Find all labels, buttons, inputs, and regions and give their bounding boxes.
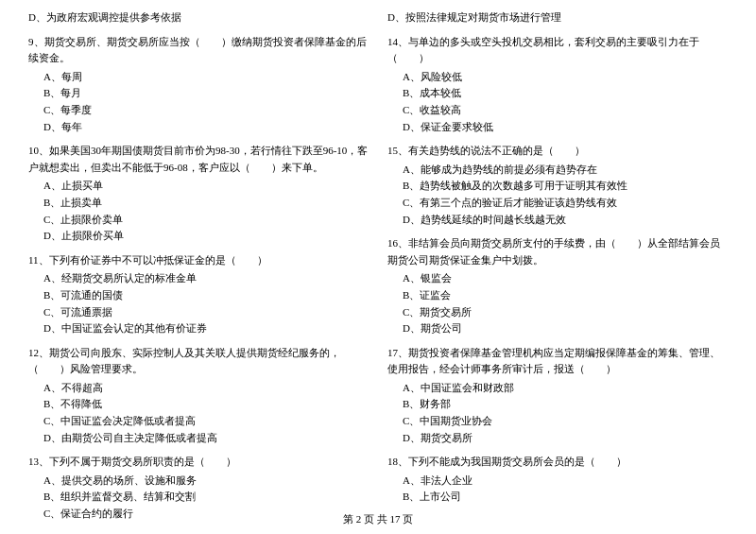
option-text: D、保证金要求较低 <box>403 119 728 136</box>
option-text: B、趋势线被触及的次数越多可用于证明其有效性 <box>403 178 728 195</box>
option-text: A、止损买单 <box>43 178 369 195</box>
option-text: A、经期货交易所认定的标准金单 <box>43 270 369 287</box>
question-block: D、按照法律规定对期货市场进行管理 <box>387 9 728 26</box>
question-text: 17、期货投资者保障基金管理机构应当定期编报保障基金的筹集、管理、使用报告，经会… <box>387 345 728 378</box>
left-column: D、为政府宏观调控提供参考依据9、期货交易所、期货交易所应当按（ ）缴纳期货投资… <box>28 9 369 530</box>
option-text: B、成本较低 <box>403 85 728 102</box>
option-text: C、中国证监会决定降低或者提高 <box>43 413 369 430</box>
question-block: 9、期货交易所、期货交易所应当按（ ）缴纳期货投资者保障基金的后续资金。A、每周… <box>28 34 369 136</box>
question-text: D、为政府宏观调控提供参考依据 <box>28 9 369 26</box>
option-text: B、财务部 <box>403 396 728 413</box>
content-columns: D、为政府宏观调控提供参考依据9、期货交易所、期货交易所应当按（ ）缴纳期货投资… <box>28 9 728 530</box>
question-text: 13、下列不属于期货交易所职责的是（ ） <box>28 454 369 471</box>
question-text: 16、非结算会员向期货交易所支付的手续费，由（ ）从全部结算会员期货公司期货保证… <box>387 235 728 268</box>
option-text: D、中国证监会认定的其他有价证券 <box>43 320 369 337</box>
option-text: B、每月 <box>43 85 369 102</box>
option-text: D、每年 <box>43 119 369 136</box>
option-text: D、期货公司 <box>403 320 728 337</box>
option-text: B、不得降低 <box>43 396 369 413</box>
right-column: D、按照法律规定对期货市场进行管理14、与单边的多头或空头投机交易相比，套利交易… <box>387 9 728 530</box>
option-text: C、可流通票据 <box>43 304 369 321</box>
option-text: C、中国期货业协会 <box>403 413 728 430</box>
question-block: 18、下列不能成为我国期货交易所会员的是（ ）A、非法人企业B、上市公司 <box>387 454 728 506</box>
question-block: D、为政府宏观调控提供参考依据 <box>28 9 369 26</box>
question-text: 10、如果美国30年期国债期货目前市价为98-30，若行情往下跌至96-10，客… <box>28 143 369 176</box>
option-text: A、能够成为趋势线的前提必须有趋势存在 <box>403 162 728 179</box>
option-text: C、有第三个点的验证后才能验证该趋势线有效 <box>403 195 728 212</box>
option-text: A、不得超高 <box>43 380 369 397</box>
page-footer: 第 2 页 共 17 页 <box>0 512 756 526</box>
question-block: 17、期货投资者保障基金管理机构应当定期编报保障基金的筹集、管理、使用报告，经会… <box>387 345 728 447</box>
question-text: 15、有关趋势线的说法不正确的是（ ） <box>387 143 728 160</box>
question-block: 10、如果美国30年期国债期货目前市价为98-30，若行情往下跌至96-10，客… <box>28 143 369 245</box>
option-text: D、趋势线延续的时间越长线越无效 <box>403 212 728 229</box>
question-block: 11、下列有价证券中不可以冲抵保证金的是（ ）A、经期货交易所认定的标准金单B、… <box>28 252 369 337</box>
page: D、为政府宏观调控提供参考依据9、期货交易所、期货交易所应当按（ ）缴纳期货投资… <box>0 0 756 534</box>
option-text: A、非法人企业 <box>403 473 728 490</box>
question-text: 14、与单边的多头或空头投机交易相比，套利交易的主要吸引力在于（ ） <box>387 34 728 67</box>
question-text: 12、期货公司向股东、实际控制人及其关联人提供期货经纪服务的，（ ）风险管理要求… <box>28 345 369 378</box>
question-text: D、按照法律规定对期货市场进行管理 <box>387 9 728 26</box>
option-text: B、上市公司 <box>403 489 728 506</box>
option-text: C、期货交易所 <box>403 304 728 321</box>
option-text: D、由期货公司自主决定降低或者提高 <box>43 430 369 447</box>
option-text: D、止损限价买单 <box>43 228 369 245</box>
question-block: 16、非结算会员向期货交易所支付的手续费，由（ ）从全部结算会员期货公司期货保证… <box>387 235 728 337</box>
option-text: A、提供交易的场所、设施和服务 <box>43 473 369 490</box>
option-text: C、收益较高 <box>403 102 728 119</box>
footer-text: 第 2 页 共 17 页 <box>343 513 413 525</box>
option-text: C、每季度 <box>43 102 369 119</box>
question-text: 18、下列不能成为我国期货交易所会员的是（ ） <box>387 454 728 471</box>
question-block: 12、期货公司向股东、实际控制人及其关联人提供期货经纪服务的，（ ）风险管理要求… <box>28 345 369 447</box>
question-block: 15、有关趋势线的说法不正确的是（ ）A、能够成为趋势线的前提必须有趋势存在B、… <box>387 143 728 228</box>
question-block: 14、与单边的多头或空头投机交易相比，套利交易的主要吸引力在于（ ）A、风险较低… <box>387 34 728 136</box>
option-text: D、期货交易所 <box>403 430 728 447</box>
option-text: A、银监会 <box>403 270 728 287</box>
option-text: B、可流通的国债 <box>43 287 369 304</box>
option-text: C、止损限价卖单 <box>43 212 369 229</box>
question-text: 11、下列有价证券中不可以冲抵保证金的是（ ） <box>28 252 369 269</box>
option-text: A、每周 <box>43 69 369 86</box>
question-text: 9、期货交易所、期货交易所应当按（ ）缴纳期货投资者保障基金的后续资金。 <box>28 34 369 67</box>
option-text: B、止损卖单 <box>43 195 369 212</box>
option-text: B、证监会 <box>403 287 728 304</box>
option-text: B、组织并监督交易、结算和交割 <box>43 489 369 506</box>
option-text: A、中国证监会和财政部 <box>403 380 728 397</box>
option-text: A、风险较低 <box>403 69 728 86</box>
